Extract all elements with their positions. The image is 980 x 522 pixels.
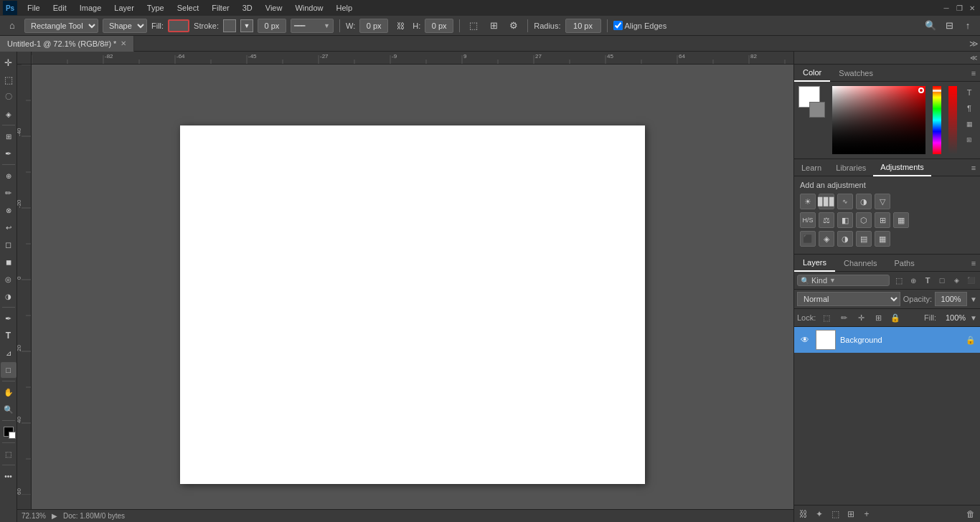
width-input[interactable]: [359, 19, 388, 33]
menu-image[interactable]: Image: [74, 2, 108, 14]
menu-view[interactable]: View: [260, 2, 288, 14]
geometry-options-select[interactable]: Rectangle Tool: [24, 19, 98, 33]
type-tool-icon[interactable]: T: [963, 86, 976, 99]
path-select-tool[interactable]: ⊿: [1, 345, 17, 361]
eraser-tool[interactable]: ◻: [1, 237, 17, 252]
menu-help[interactable]: Help: [331, 2, 359, 14]
status-arrow[interactable]: ▶: [52, 512, 57, 520]
artboard-button[interactable]: ⊞: [486, 18, 501, 34]
tab-paths[interactable]: Paths: [886, 255, 923, 272]
pen-tool[interactable]: ✒: [1, 310, 17, 326]
tab-layers[interactable]: Layers: [794, 255, 835, 272]
height-input[interactable]: [425, 19, 453, 33]
home-button[interactable]: ⌂: [4, 18, 20, 34]
levels-button[interactable]: ▊▊▊: [819, 194, 834, 209]
hsl-button[interactable]: H/S: [800, 212, 816, 228]
invert-button[interactable]: ⬛: [800, 231, 816, 247]
more-tools-button[interactable]: •••: [1, 468, 17, 484]
type-tool[interactable]: T: [1, 328, 17, 343]
canvas-container[interactable]: [32, 65, 793, 509]
view-toggle-button[interactable]: ⊟: [941, 18, 957, 34]
fill-input[interactable]: [941, 313, 966, 322]
tab-swatches[interactable]: Swatches: [830, 65, 882, 82]
lock-artboard-button[interactable]: ⊞: [872, 311, 885, 324]
close-tab-button[interactable]: ✕: [121, 39, 126, 47]
vibrance-button[interactable]: ▽: [875, 194, 890, 209]
foreground-background-colors[interactable]: [1, 424, 17, 440]
menu-filter[interactable]: Filter: [206, 2, 235, 14]
shape-tool[interactable]: □: [1, 362, 17, 378]
selective-color-button[interactable]: ▦: [875, 231, 890, 247]
threshold-button[interactable]: ◑: [837, 231, 853, 247]
tab-adjustments[interactable]: Adjustments: [873, 159, 931, 176]
new-layer-button[interactable]: +: [860, 508, 873, 521]
color-balance-button[interactable]: ⚖: [819, 212, 834, 228]
hue-slider[interactable]: [933, 86, 941, 154]
crop-tool[interactable]: ⊞: [1, 128, 17, 144]
menu-layer[interactable]: Layer: [108, 2, 140, 14]
lasso-tool[interactable]: 〇: [1, 89, 17, 105]
delete-layer-button[interactable]: 🗑: [964, 508, 977, 521]
tab-color[interactable]: Color: [794, 65, 830, 82]
eyedropper-tool[interactable]: ✒: [1, 146, 17, 161]
link-layers-button[interactable]: ⛓: [797, 508, 810, 521]
menu-3d[interactable]: 3D: [237, 2, 258, 14]
opacity-input[interactable]: [935, 292, 967, 306]
gradient-tool[interactable]: ◼: [1, 254, 17, 270]
panel-arrange-button[interactable]: ≫: [967, 36, 980, 52]
minimize-button[interactable]: ─: [941, 3, 951, 13]
gradient-swatch-icon[interactable]: ▦: [963, 118, 976, 130]
align-edges-checkbox[interactable]: [613, 21, 623, 30]
background-color-box[interactable]: [809, 102, 825, 118]
filter-adjustment-icon[interactable]: ⊕: [907, 274, 920, 287]
bw-button[interactable]: ◧: [837, 212, 853, 228]
lock-paint-button[interactable]: ✏: [837, 311, 850, 324]
layer-background[interactable]: 👁 Background 🔒: [794, 327, 980, 353]
stroke-color-picker[interactable]: [223, 19, 236, 32]
quick-select-tool[interactable]: ◈: [1, 106, 17, 122]
color-panel-menu-button[interactable]: ≡: [967, 65, 980, 82]
color-lookup-button[interactable]: ▦: [893, 212, 909, 228]
filter-pixel-icon[interactable]: ⬚: [892, 274, 905, 287]
add-mask-button[interactable]: ⬚: [829, 508, 842, 521]
clone-tool[interactable]: ⊗: [1, 202, 17, 218]
blur-tool[interactable]: ◎: [1, 271, 17, 287]
filter-shape-icon[interactable]: □: [936, 274, 948, 287]
filter-toggle[interactable]: ⬛: [964, 274, 977, 287]
zoom-tool[interactable]: 🔍: [1, 402, 17, 417]
filter-smart-object-icon[interactable]: ◈: [950, 274, 963, 287]
options-gear-button[interactable]: ⚙: [506, 18, 522, 34]
fill-dropdown-arrow[interactable]: ▼: [970, 314, 977, 322]
menu-file[interactable]: File: [22, 2, 46, 14]
color-spectrum[interactable]: [832, 86, 925, 154]
blend-mode-select[interactable]: Normal Multiply Screen: [797, 292, 900, 306]
menu-window[interactable]: Window: [289, 2, 329, 14]
radius-input[interactable]: [565, 19, 601, 33]
menu-edit[interactable]: Edit: [47, 2, 72, 14]
menu-type[interactable]: Type: [141, 2, 170, 14]
dodge-tool[interactable]: ◑: [1, 288, 17, 304]
adj-panel-menu-button[interactable]: ≡: [967, 159, 980, 176]
kind-dropdown-icon[interactable]: ▼: [829, 277, 836, 284]
lock-position-button[interactable]: ✛: [854, 311, 867, 324]
share-button[interactable]: ↑: [960, 18, 976, 34]
fill-color-picker[interactable]: [168, 19, 189, 32]
layer-visibility-toggle[interactable]: 👁: [798, 333, 811, 346]
brightness-contrast-button[interactable]: ☀: [800, 194, 816, 209]
selection-tool[interactable]: ⬚: [1, 72, 17, 87]
healing-tool[interactable]: ⊕: [1, 168, 17, 184]
tab-channels[interactable]: Channels: [835, 255, 885, 272]
stroke-style-picker[interactable]: ━━━ ▼: [291, 19, 334, 33]
history-brush-tool[interactable]: ↩: [1, 219, 17, 235]
quick-mask-button[interactable]: ⬚: [1, 446, 17, 462]
brush-tool[interactable]: ✏: [1, 185, 17, 201]
patterns-icon[interactable]: ⊞: [963, 133, 976, 146]
tab-learn[interactable]: Learn: [794, 159, 829, 176]
opacity-dropdown-arrow[interactable]: ▼: [970, 295, 977, 303]
stroke-options-button[interactable]: ▼: [240, 19, 253, 32]
exposure-button[interactable]: ◑: [856, 194, 872, 209]
color-gradient-area[interactable]: [832, 86, 925, 154]
shape-mode-select[interactable]: Shape: [103, 19, 147, 33]
curves-button[interactable]: ∿: [837, 194, 853, 209]
canvas-frame-button[interactable]: ⬚: [466, 18, 481, 34]
